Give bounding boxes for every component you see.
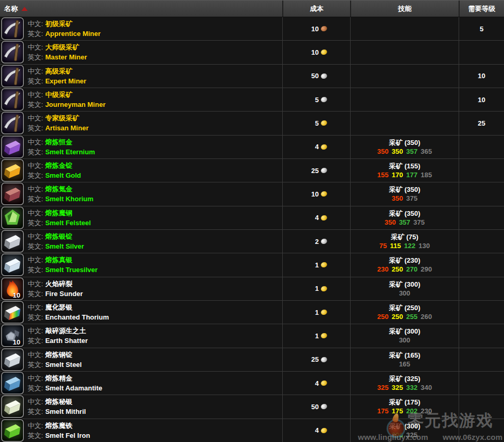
gold-coin-icon	[320, 120, 328, 127]
ingot-icon[interactable]	[1, 159, 24, 182]
cost-amount: 25	[311, 167, 319, 175]
name-cell: 中文:中级采矿 英文:Journeyman Miner	[0, 88, 282, 111]
item-name-cn[interactable]: 熔炼魔钢	[45, 209, 73, 217]
ingot-icon[interactable]	[1, 419, 24, 442]
cn-label: 中文:	[28, 351, 43, 359]
item-name-en[interactable]: Smelt Silver	[45, 242, 84, 250]
item-name-cn[interactable]: 熔炼秘银	[45, 398, 73, 406]
cost-amount: 5	[315, 96, 319, 104]
cost-amount: 2	[315, 238, 319, 245]
cost-cell: 1	[282, 301, 350, 324]
gold-coin-icon	[320, 262, 328, 268]
item-name-cn[interactable]: 熔炼钢锭	[45, 351, 73, 359]
item-name-en[interactable]: Smelt Mithril	[45, 408, 86, 415]
item-name-cn[interactable]: 大师级采矿	[45, 43, 79, 51]
item-name-cn[interactable]: 熔炼金锭	[45, 162, 73, 169]
ingot-icon[interactable]	[1, 136, 24, 158]
cost-cell: 1	[282, 253, 350, 276]
item-name-cn[interactable]: 魔化瑟银	[45, 303, 73, 311]
rocks-icon[interactable]: 10	[1, 324, 24, 347]
item-name-cn[interactable]: 熔炼魔铁	[45, 422, 73, 429]
pickaxe-icon[interactable]	[1, 88, 24, 111]
cn-label: 中文:	[28, 138, 43, 146]
en-label: 英文:	[28, 171, 43, 179]
ingot-icon[interactable]	[1, 253, 24, 276]
skill-requirement: 采矿 (165)	[389, 351, 421, 360]
pickaxe-icon[interactable]	[1, 17, 24, 40]
item-name-cn[interactable]: 熔炼精金	[45, 374, 73, 382]
item-name-en[interactable]: Artisan Miner	[45, 124, 89, 132]
column-header-level[interactable]: 需要等级	[459, 1, 504, 17]
pickaxe-icon[interactable]	[1, 41, 24, 64]
item-name-cn[interactable]: 中级采矿	[45, 91, 73, 99]
item-name-en[interactable]: Smelt Felsteel	[45, 219, 91, 227]
skill-requirement: 采矿 (325)	[389, 374, 421, 383]
en-label: 英文:	[28, 77, 43, 85]
item-name-en[interactable]: Smelt Steel	[45, 361, 82, 369]
item-name-en[interactable]: Earth Shatter	[45, 337, 88, 345]
skill-step: 255	[406, 313, 418, 321]
en-label: 英文:	[28, 361, 43, 369]
skill-cell	[350, 65, 459, 88]
table-row: 中文:熔炼金锭 英文:Smelt Gold 25 采矿 (155)1551701…	[0, 158, 504, 182]
flame-icon[interactable]: 10	[1, 277, 24, 300]
rainbow-ingot-icon[interactable]	[1, 301, 24, 324]
skill-up-thresholds: 165	[398, 360, 412, 369]
skill-up-thresholds: 300	[398, 289, 412, 298]
item-name-en[interactable]: Smelt Fel Iron	[45, 432, 90, 439]
cost-amount: 10	[311, 48, 319, 56]
ingot-icon[interactable]	[1, 348, 24, 371]
skill-step: 170	[392, 171, 403, 179]
item-name-cn[interactable]: 专家级采矿	[45, 114, 79, 122]
pickaxe-icon[interactable]	[1, 112, 24, 134]
cost-cell: 4	[282, 419, 350, 442]
en-label: 英文:	[28, 290, 43, 298]
column-header-skill[interactable]: 技能	[350, 1, 459, 17]
item-name-cn[interactable]: 初级采矿	[45, 20, 73, 28]
table-row: 中文:大师级采矿 英文:Master Miner 10	[0, 40, 504, 64]
item-name-en[interactable]: Smelt Khorium	[45, 195, 93, 203]
gem-icon[interactable]	[1, 206, 24, 229]
item-name-en[interactable]: Smelt Truesilver	[45, 266, 98, 274]
item-name-en[interactable]: Enchanted Thorium	[45, 313, 109, 321]
item-name-en[interactable]: Master Miner	[45, 53, 87, 61]
copper-coin-icon	[320, 26, 328, 32]
cost-cell: 2	[282, 230, 350, 253]
skill-cell: 采矿 (300)300325	[350, 419, 459, 442]
item-name-en[interactable]: Smelt Gold	[45, 171, 81, 179]
item-name-cn[interactable]: 火焰碎裂	[45, 280, 73, 288]
item-name-en[interactable]: Fire Sunder	[45, 290, 83, 298]
required-level: 5	[459, 17, 504, 40]
item-name-cn[interactable]: 熔炼恒金	[45, 138, 73, 146]
column-header-name[interactable]: 名称	[0, 1, 282, 17]
skill-cell	[350, 17, 459, 40]
item-name-en[interactable]: Journeyman Miner	[45, 101, 106, 108]
item-name-en[interactable]: Smelt Eternium	[45, 148, 95, 156]
item-name-cn[interactable]: 熔炼银锭	[45, 232, 73, 240]
skill-step: 365	[421, 148, 432, 155]
ingot-icon[interactable]	[1, 182, 24, 205]
cost-cell: 10	[282, 17, 350, 40]
cn-label: 中文:	[28, 232, 43, 240]
ingot-icon[interactable]	[1, 395, 24, 418]
ingot-icon[interactable]	[1, 230, 24, 253]
item-name-cn[interactable]: 高级采矿	[45, 67, 73, 75]
item-name-cn[interactable]: 熔炼真银	[45, 256, 73, 264]
skill-step: 350	[377, 148, 389, 155]
item-name-en[interactable]: Smelt Adamantite	[45, 384, 102, 392]
skill-requirement: 采矿 (155)	[389, 162, 421, 170]
column-header-cost[interactable]: 成本	[282, 1, 350, 17]
name-cell: 中文:熔炼恒金 英文:Smelt Eternium	[0, 136, 282, 158]
cost-cell: 25	[282, 348, 350, 371]
skill-step: 155	[377, 171, 389, 179]
ingot-icon[interactable]	[1, 372, 24, 395]
skill-cell: 采矿 (75)75115122130	[350, 230, 459, 253]
pickaxe-icon[interactable]	[1, 65, 24, 88]
item-name-cn[interactable]: 熔炼氪金	[45, 185, 73, 193]
item-name-en[interactable]: Apprentice Miner	[45, 30, 101, 38]
item-name-cn[interactable]: 敲碎源生之土	[45, 327, 86, 335]
item-name-en[interactable]: Expert Miner	[45, 77, 87, 85]
en-label: 英文:	[28, 148, 43, 156]
cn-label: 中文:	[28, 209, 43, 217]
en-label: 英文:	[28, 242, 43, 250]
